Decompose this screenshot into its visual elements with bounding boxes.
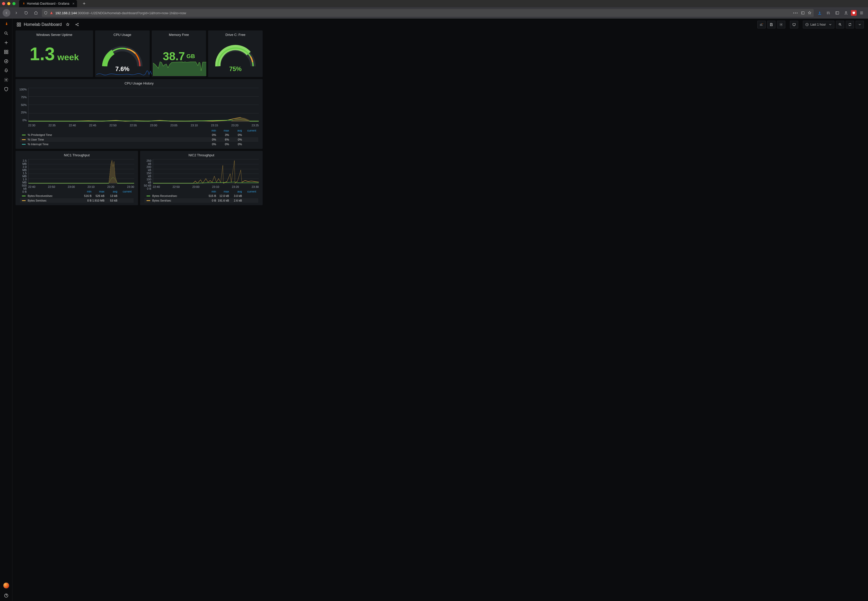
grafana-side-rail [0, 18, 12, 601]
home-button[interactable] [32, 9, 40, 17]
dashboards-icon [17, 22, 21, 27]
grafana-logo-icon [22, 2, 25, 5]
ublock-icon[interactable] [851, 10, 857, 16]
panel-drive-c-free[interactable]: Drive C: Free 75% [208, 31, 263, 77]
svg-rect-16 [19, 25, 21, 26]
grafana-logo-icon[interactable] [4, 22, 9, 26]
cycle-view-mode-button[interactable] [790, 21, 798, 28]
account-button[interactable] [842, 9, 850, 17]
close-window-button[interactable] [2, 2, 5, 5]
user-avatar[interactable] [3, 583, 9, 589]
add-panel-button[interactable] [757, 21, 766, 28]
library-button[interactable] [825, 9, 832, 17]
reader-icon[interactable] [801, 11, 805, 15]
svg-point-5 [5, 32, 7, 34]
chevron-down-icon [858, 23, 862, 26]
new-tab-button[interactable]: + [81, 1, 88, 6]
explore-icon[interactable] [4, 59, 9, 64]
alerting-icon[interactable] [4, 68, 9, 73]
refresh-button[interactable] [846, 21, 854, 28]
bookmark-star-icon[interactable] [807, 11, 811, 15]
legend-swatch [22, 200, 26, 201]
window-titlebar: Homelab Dashboard - Grafana × + [0, 0, 868, 7]
time-range-picker[interactable]: Last 1 hour [803, 21, 834, 28]
svg-rect-6 [5, 50, 6, 52]
create-icon[interactable] [4, 40, 9, 45]
legend-row[interactable]: % Interrupt Time 0% 0% 0% [20, 142, 258, 146]
svg-point-18 [78, 23, 78, 24]
panel-title: Drive C: Free [225, 33, 245, 37]
svg-rect-9 [6, 52, 8, 54]
legend-series-name: % Priviledged Time [28, 133, 203, 136]
app-menu-button[interactable] [858, 9, 865, 17]
close-tab-icon[interactable]: × [72, 2, 75, 6]
browser-tab-title: Homelab Dashboard - Grafana [27, 2, 69, 5]
configuration-icon[interactable] [4, 78, 9, 82]
forward-button[interactable] [12, 9, 20, 17]
reload-button[interactable] [22, 9, 30, 17]
legend-series-name: Bytes Received/sec [152, 194, 203, 197]
url-bar[interactable]: 192.168.2.144:3000/d/--U2ENDGk/homelab-d… [42, 9, 814, 17]
svg-point-20 [781, 24, 782, 25]
shield-icon [44, 11, 47, 15]
panel-nic2-throughput[interactable]: NIC2 Throughput 250 kB200 kB150 kB100 kB… [140, 151, 263, 205]
refresh-interval-button[interactable] [856, 21, 864, 28]
panel-title: NIC1 Throughput [18, 153, 136, 157]
legend-swatch [147, 195, 150, 196]
legend-swatch [22, 134, 26, 136]
panel-uptime[interactable]: Windows Server Uptime 1.3 week [15, 31, 93, 77]
minimize-window-button[interactable] [7, 2, 10, 5]
search-icon[interactable] [4, 31, 9, 36]
panel-title: Memory Free [169, 33, 189, 37]
legend-series-name: % User Time [28, 138, 203, 141]
svg-rect-0 [51, 12, 52, 13]
legend-swatch [147, 200, 150, 201]
breadcrumb[interactable]: Homelab Dashboard [17, 22, 62, 27]
site-identity-icon [50, 11, 53, 15]
drive-gauge: 75% [214, 40, 257, 72]
dashboard-settings-button[interactable] [777, 21, 785, 28]
panel-cpu-history[interactable]: CPU Usage History 100%75%50%25%0% [15, 79, 263, 149]
legend-swatch [22, 144, 26, 145]
panel-memory-free[interactable]: Memory Free 38.7 GB [152, 31, 206, 77]
svg-rect-2 [802, 12, 804, 14]
dashboard-grid: Windows Server Uptime 1.3 week CPU Usage [12, 31, 266, 208]
page-actions-icon[interactable]: ••• [793, 11, 798, 15]
back-button[interactable] [3, 9, 10, 17]
save-dashboard-button[interactable] [767, 21, 775, 28]
legend-row[interactable]: Bytes Sent/sec 0 B 191.6 kB 2.6 kB [145, 198, 258, 203]
legend-series-name: Bytes Sent/sec [28, 199, 79, 202]
zoom-out-button[interactable] [836, 21, 844, 28]
page-title: Homelab Dashboard [24, 22, 62, 27]
nic1-chart: 2.5 MB2.0 MB1.5 MB1.0 MB500 kB0 B 22:402… [18, 158, 136, 188]
panel-title: NIC2 Throughput [142, 153, 260, 157]
panel-nic1-throughput[interactable]: NIC1 Throughput 2.5 MB2.0 MB1.5 MB1.0 MB… [15, 151, 138, 205]
legend-row[interactable]: Bytes Sent/sec 0 B 1.910 MB 53 kB [20, 198, 134, 203]
traffic-lights [2, 2, 15, 5]
sidebar-button[interactable] [833, 9, 841, 17]
chevron-down-icon [828, 23, 832, 26]
svg-rect-7 [6, 50, 8, 52]
legend-row[interactable]: Bytes Received/sec 515 B 12.0 kB 3.0 kB [145, 194, 258, 198]
nic2-legend: minmaxavgcurrent Bytes Received/sec 515 … [142, 188, 260, 203]
downloads-button[interactable] [816, 9, 824, 17]
legend-row[interactable]: Bytes Received/sec 516 B 526 kB 13 kB [20, 194, 134, 198]
maximize-window-button[interactable] [12, 2, 15, 5]
cpu-sparkline [96, 70, 153, 76]
share-dashboard-icon[interactable] [74, 21, 80, 28]
cpu-history-chart: 100%75%50%25%0% 22:3022:3522:4022:4522:5… [18, 86, 260, 127]
server-admin-icon[interactable] [4, 87, 9, 92]
browser-tab[interactable]: Homelab Dashboard - Grafana × [19, 0, 77, 7]
legend-swatch [22, 195, 26, 196]
legend-row[interactable]: % Priviledged Time 0% 3% 0% [20, 133, 258, 137]
panel-cpu-usage[interactable]: CPU Usage 7.6% [95, 31, 150, 77]
svg-point-17 [75, 24, 76, 25]
help-icon[interactable] [4, 593, 9, 598]
legend-row[interactable]: % User Time 0% 6% 0% [20, 137, 258, 142]
clock-icon [805, 23, 809, 26]
nic2-chart: 250 kB200 kB150 kB100 kB50 kB0 B 22:4022… [142, 158, 260, 188]
time-range-label: Last 1 hour [810, 23, 826, 26]
star-dashboard-icon[interactable] [64, 21, 71, 28]
dashboards-icon[interactable] [4, 50, 9, 54]
svg-point-11 [5, 79, 7, 81]
